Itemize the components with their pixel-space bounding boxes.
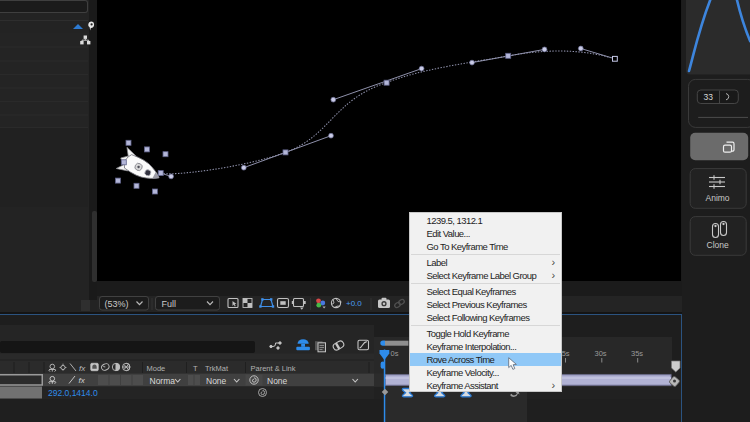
svg-text:T: T: [193, 364, 198, 373]
svg-text:None: None: [267, 376, 288, 386]
svg-text:None: None: [206, 376, 227, 386]
svg-text:30s: 30s: [595, 349, 607, 358]
svg-text:(53%): (53%): [104, 299, 128, 309]
svg-text:292.0,1414.0: 292.0,1414.0: [48, 388, 98, 398]
svg-text:Animo: Animo: [706, 193, 730, 203]
svg-text:35s: 35s: [631, 349, 643, 358]
svg-text:Clone: Clone: [707, 240, 729, 250]
svg-text:fx: fx: [79, 364, 86, 373]
svg-text:fx: fx: [79, 376, 86, 385]
svg-text:Full: Full: [161, 299, 176, 309]
svg-text:+0.0: +0.0: [346, 299, 362, 308]
svg-text:0s: 0s: [391, 349, 399, 358]
svg-text:Norma: Norma: [150, 376, 176, 386]
svg-text:TrkMat: TrkMat: [205, 364, 229, 373]
svg-text:Parent & Link: Parent & Link: [251, 364, 296, 373]
svg-text:33: 33: [704, 92, 714, 102]
svg-text:Mode: Mode: [147, 364, 166, 373]
